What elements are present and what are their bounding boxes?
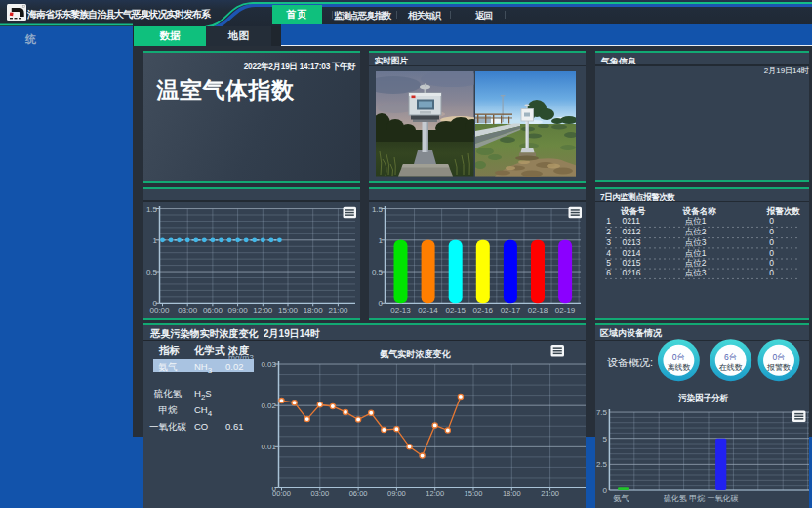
svg-text:1: 1 — [606, 216, 611, 226]
svg-text:5: 5 — [603, 435, 608, 444]
svg-text:点位2: 点位2 — [685, 227, 707, 236]
svg-text:0: 0 — [769, 236, 774, 246]
svg-text:1: 1 — [152, 235, 157, 244]
svg-text:02-13: 02-13 — [390, 306, 411, 315]
svg-text:2: 2 — [606, 227, 611, 236]
svg-text:09:00: 09:00 — [227, 306, 248, 315]
svg-text:点位2: 点位2 — [685, 257, 707, 267]
svg-text:0.01: 0.01 — [261, 443, 276, 451]
svg-text:离线数: 离线数 — [667, 363, 690, 372]
svg-text:甲烷: 甲烷 — [689, 494, 705, 503]
svg-text:02-14: 02-14 — [418, 306, 438, 315]
svg-text:6: 6 — [606, 268, 611, 277]
svg-text:0: 0 — [769, 268, 774, 277]
svg-text:0.02: 0.02 — [261, 402, 276, 410]
svg-text:设备号: 设备号 — [620, 206, 646, 216]
svg-text:点位1: 点位1 — [685, 247, 707, 257]
svg-text:0215: 0215 — [623, 257, 641, 267]
svg-text:点位1: 点位1 — [685, 216, 707, 226]
svg-text:0台: 0台 — [672, 352, 685, 361]
svg-text:15:00: 15:00 — [277, 306, 298, 315]
svg-text:00:00: 00:00 — [149, 306, 170, 315]
svg-text:0214: 0214 — [623, 247, 641, 257]
svg-text:污染因子分析: 污染因子分析 — [678, 393, 729, 402]
svg-text:设备名称: 设备名称 — [681, 206, 716, 216]
svg-text:一氧化碳: 一氧化碳 — [708, 494, 739, 503]
svg-text:7.5: 7.5 — [596, 408, 608, 417]
svg-text:在线数: 在线数 — [719, 363, 743, 372]
svg-text:21:00: 21:00 — [328, 306, 348, 315]
svg-text:点位3: 点位3 — [685, 268, 707, 277]
svg-text:02-17: 02-17 — [501, 306, 521, 315]
svg-text:12:00: 12:00 — [253, 306, 273, 315]
svg-text:点位3: 点位3 — [685, 236, 707, 246]
svg-text:氨气: 氨气 — [613, 494, 629, 503]
svg-text:0: 0 — [769, 216, 774, 226]
svg-text:02-15: 02-15 — [445, 306, 466, 315]
svg-text:02-18: 02-18 — [528, 306, 548, 315]
svg-text:硫化氢: 硫化氢 — [664, 494, 687, 503]
svg-text:0.03: 0.03 — [261, 360, 276, 369]
svg-text:0台: 0台 — [772, 352, 785, 361]
svg-text:0212: 0212 — [623, 227, 641, 236]
svg-text:0216: 0216 — [623, 268, 641, 277]
svg-text:6台: 6台 — [724, 352, 737, 361]
svg-text:03:00: 03:00 — [178, 306, 198, 315]
svg-text:0: 0 — [769, 257, 774, 267]
svg-text:1: 1 — [379, 235, 384, 244]
svg-text:报警数: 报警数 — [766, 363, 791, 372]
svg-text:18:00: 18:00 — [303, 306, 323, 315]
svg-text:02-19: 02-19 — [555, 306, 576, 315]
svg-text:06:00: 06:00 — [202, 306, 223, 315]
svg-text:3: 3 — [606, 236, 611, 246]
svg-text:4: 4 — [606, 247, 611, 257]
svg-text:0: 0 — [603, 487, 608, 495]
svg-text:5: 5 — [606, 257, 611, 267]
svg-text:0: 0 — [769, 247, 774, 257]
svg-text:02-16: 02-16 — [473, 306, 494, 315]
svg-text:0213: 0213 — [623, 236, 641, 246]
svg-text:报警次数: 报警次数 — [766, 206, 801, 216]
svg-text:2.5: 2.5 — [596, 460, 608, 469]
svg-text:0: 0 — [769, 227, 774, 236]
svg-text:0211: 0211 — [623, 216, 641, 226]
